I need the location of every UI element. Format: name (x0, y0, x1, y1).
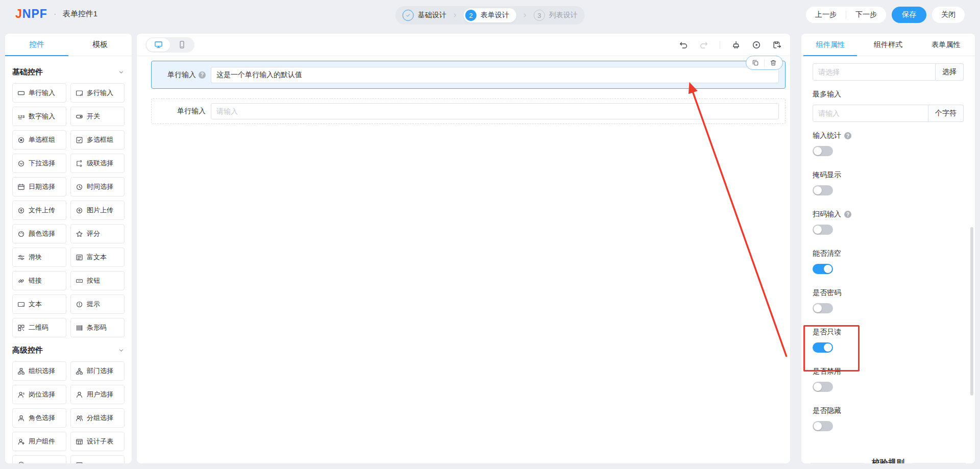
form-row-single-line-input-selected[interactable]: 单行输入 (151, 61, 786, 89)
control-item-group-select[interactable]: 分组选择 (70, 408, 125, 428)
field-disabled: 是否禁用 (813, 367, 964, 392)
phone-icon (178, 40, 186, 49)
control-item-user-component[interactable]: 用户组件 (12, 432, 66, 451)
trash-icon[interactable] (770, 59, 777, 66)
slider-icon (17, 254, 25, 261)
control-item-cascader[interactable]: 级联选择 (70, 154, 125, 173)
help-icon[interactable] (199, 71, 206, 79)
mobile-view-button[interactable] (170, 38, 193, 52)
help-icon[interactable] (844, 132, 851, 139)
radio-icon (17, 136, 25, 144)
control-item-clipped-left[interactable] (12, 455, 66, 463)
control-item-barcode[interactable]: 条形码 (70, 318, 125, 337)
control-item-select[interactable]: 下拉选择 (12, 154, 66, 173)
undo-button[interactable] (679, 40, 688, 50)
control-item-date-picker[interactable]: 日期选择 (12, 177, 66, 196)
control-item-single-line-input[interactable]: 单行输入 (12, 83, 66, 103)
next-step-button[interactable]: 下一步 (846, 7, 886, 23)
control-item-link[interactable]: 链接 (12, 271, 66, 290)
field-hidden: 是否隐藏 (813, 406, 964, 431)
step-done-circle (403, 10, 414, 21)
chevron-down-icon[interactable] (118, 347, 125, 354)
page-title: 表单控件1 (63, 9, 97, 19)
step-list-design[interactable]: 3 列表设计 (534, 8, 578, 22)
prev-step-button[interactable]: 上一步 (806, 7, 846, 23)
rich-text-icon (76, 254, 83, 261)
control-item-sub-table[interactable]: 设计子表 (70, 432, 125, 451)
help-icon[interactable] (844, 211, 851, 218)
control-item-slider[interactable]: 滑块 (12, 248, 66, 267)
scan-input-toggle[interactable] (813, 225, 833, 235)
control-item-time-picker[interactable]: 时间选择 (70, 177, 125, 196)
org-icon (17, 367, 25, 375)
control-item-file-upload[interactable]: 文件上传 (12, 201, 66, 220)
control-item-qrcode[interactable]: 二维码 (12, 318, 66, 337)
input-icon (17, 89, 25, 97)
clearable-toggle[interactable] (813, 264, 833, 274)
control-item-rate[interactable]: 评分 (70, 224, 125, 243)
step-number-circle: 2 (465, 10, 477, 21)
panel-scrollbar-thumb[interactable] (970, 227, 973, 396)
control-item-dept-select[interactable]: 部门选择 (70, 361, 125, 381)
control-item-role-select[interactable]: 角色选择 (12, 408, 66, 428)
desktop-view-button[interactable] (146, 38, 170, 52)
form-row-single-line-input[interactable]: 单行输入 (151, 98, 786, 124)
group-icon (76, 414, 83, 422)
control-item-org-select[interactable]: 组织选择 (12, 361, 66, 381)
validation-rules-section: 校验规则 (801, 458, 975, 463)
canvas-toolbar (137, 34, 790, 56)
close-button[interactable]: 关闭 (932, 7, 965, 23)
copy-icon[interactable] (752, 59, 759, 66)
divider-line (912, 463, 966, 463)
control-item-button[interactable]: 按钮 (70, 271, 125, 290)
save-form-button[interactable] (772, 40, 781, 50)
alert-icon (76, 301, 83, 308)
section-basic-controls: 基础控件 (12, 67, 125, 77)
control-item-rich-text[interactable]: 富文本 (70, 248, 125, 267)
properties-panel: 组件属性 组件样式 表单属性 选择 最多输入 个字符 输入统计 掩码显示 扫码输… (801, 34, 975, 463)
control-item-multi-line-input[interactable]: 多行输入 (70, 83, 125, 103)
control-item-switch[interactable]: 开关 (70, 107, 125, 126)
single-line-input-field[interactable] (211, 67, 779, 83)
is-password-toggle[interactable] (813, 303, 833, 313)
control-item-alert[interactable]: 提示 (70, 294, 125, 314)
control-item-text[interactable]: 文本 (12, 294, 66, 314)
mask-display-toggle[interactable] (813, 185, 833, 195)
max-input-field[interactable] (813, 105, 928, 122)
textarea-icon (76, 89, 83, 97)
post-icon (17, 391, 25, 399)
tab-component-style[interactable]: 组件样式 (859, 34, 917, 56)
control-item-post-select[interactable]: 岗位选择 (12, 385, 66, 404)
control-item-clipped-right[interactable] (70, 455, 125, 463)
clear-button[interactable] (731, 40, 741, 50)
select-button[interactable]: 选择 (936, 63, 964, 81)
redo-button[interactable] (699, 40, 708, 50)
chevron-down-icon[interactable] (118, 69, 125, 76)
tab-controls[interactable]: 控件 (5, 34, 68, 56)
preview-button[interactable] (752, 40, 761, 50)
tab-templates[interactable]: 模板 (68, 34, 132, 56)
readonly-toggle[interactable] (813, 342, 833, 353)
save-button[interactable]: 保存 (892, 7, 926, 23)
linked-select-input[interactable] (813, 63, 936, 81)
control-item-color-picker[interactable]: 颜色选择 (12, 224, 66, 243)
tab-component-props[interactable]: 组件属性 (801, 34, 859, 56)
tab-form-props[interactable]: 表单属性 (917, 34, 975, 56)
control-item-image-upload[interactable]: 图片上传 (70, 201, 125, 220)
calendar-icon (17, 183, 25, 191)
hidden-toggle[interactable] (813, 421, 833, 431)
advanced-controls-grid: 组织选择 部门选择 岗位选择 用户选择 角色选择 分组选择 用户组件 设计子表 (12, 361, 125, 463)
chevron-right-icon (452, 12, 459, 19)
control-item-user-select[interactable]: 用户选择 (70, 385, 125, 404)
step-form-design[interactable]: 2 表单设计 (464, 8, 517, 22)
control-item-checkbox-group[interactable]: 多选框组 (70, 130, 125, 150)
step-nav-button-group: 上一步 下一步 (806, 7, 886, 23)
control-item-number-input[interactable]: 数字输入 (12, 107, 66, 126)
link-icon (17, 277, 25, 285)
undo-icon (679, 40, 688, 50)
disabled-toggle[interactable] (813, 382, 833, 392)
control-item-radio-group[interactable]: 单选框组 (12, 130, 66, 150)
input-statistics-toggle[interactable] (813, 146, 833, 156)
single-line-input-field[interactable] (211, 103, 779, 119)
step-basic-design[interactable]: 基础设计 (403, 8, 447, 22)
